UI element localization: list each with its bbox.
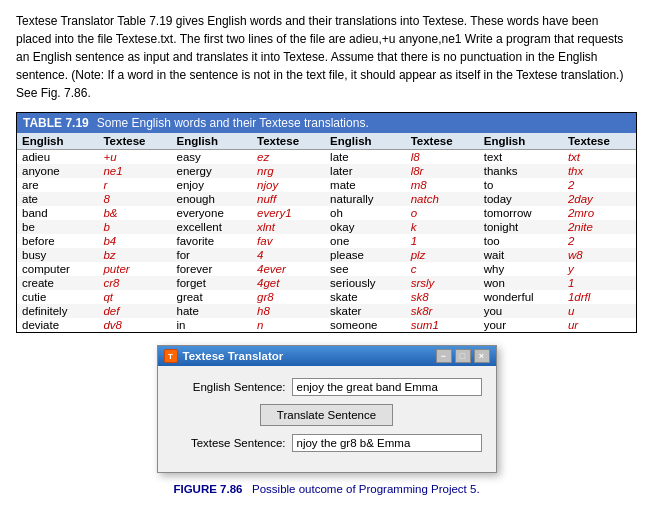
cell-english: definitely bbox=[17, 304, 98, 318]
table-row: cutieqtgreatgr8skatesk8wonderful1drfl bbox=[17, 290, 636, 304]
dialog-controls[interactable]: − □ × bbox=[436, 349, 490, 363]
translation-table-container: TABLE 7.19 Some English words and their … bbox=[16, 112, 637, 333]
cell-textese: def bbox=[98, 304, 171, 318]
cell-textese: sk8r bbox=[406, 304, 479, 318]
table-row: bebexcellentxlntokayktonight2nite bbox=[17, 220, 636, 234]
cell-english: why bbox=[479, 262, 563, 276]
cell-textese: nuff bbox=[252, 192, 325, 206]
cell-english: seriously bbox=[325, 276, 406, 290]
cell-textese: h8 bbox=[252, 304, 325, 318]
cell-textese: thx bbox=[563, 164, 636, 178]
cell-english: wait bbox=[479, 248, 563, 262]
col-header-english3: English bbox=[325, 133, 406, 150]
cell-english: enough bbox=[172, 192, 253, 206]
col-header-english2: English bbox=[172, 133, 253, 150]
textese-sentence-row: Textese Sentence: bbox=[172, 434, 482, 452]
table-row: computerputerforever4everseecwhyy bbox=[17, 262, 636, 276]
table-title: Some English words and their Textese tra… bbox=[97, 116, 369, 130]
cell-english: skate bbox=[325, 290, 406, 304]
cell-english: excellent bbox=[172, 220, 253, 234]
textese-sentence-label: Textese Sentence: bbox=[172, 437, 292, 449]
cell-textese: r bbox=[98, 178, 171, 192]
table-row: ate8enoughnuffnaturallynatchtoday2day bbox=[17, 192, 636, 206]
cell-textese: 2nite bbox=[563, 220, 636, 234]
dialog-maximize-button[interactable]: □ bbox=[455, 349, 471, 363]
cell-textese: 1drfl bbox=[563, 290, 636, 304]
textese-sentence-input[interactable] bbox=[292, 434, 482, 452]
cell-english: your bbox=[479, 318, 563, 332]
cell-textese: 4ever bbox=[252, 262, 325, 276]
dialog-body: English Sentence: Translate Sentence Tex… bbox=[158, 366, 496, 472]
cell-textese: every1 bbox=[252, 206, 325, 220]
cell-textese: xlnt bbox=[252, 220, 325, 234]
cell-textese: fav bbox=[252, 234, 325, 248]
cell-english: oh bbox=[325, 206, 406, 220]
cell-textese: txt bbox=[563, 150, 636, 165]
cell-english: enjoy bbox=[172, 178, 253, 192]
translate-button-row: Translate Sentence bbox=[172, 404, 482, 426]
cell-textese: plz bbox=[406, 248, 479, 262]
col-header-textese3: Textese bbox=[406, 133, 479, 150]
cell-english: to bbox=[479, 178, 563, 192]
cell-textese: 8 bbox=[98, 192, 171, 206]
table-header-row: English Textese English Textese English … bbox=[17, 133, 636, 150]
table-title-bar: TABLE 7.19 Some English words and their … bbox=[17, 113, 636, 133]
figure-caption: FIGURE 7.86 Possible outcome of Programm… bbox=[16, 483, 637, 495]
dialog-window: T Textese Translator − □ × English Sente… bbox=[157, 345, 497, 473]
cell-english: in bbox=[172, 318, 253, 332]
cell-textese: c bbox=[406, 262, 479, 276]
cell-english: ate bbox=[17, 192, 98, 206]
cell-english: mate bbox=[325, 178, 406, 192]
cell-english: please bbox=[325, 248, 406, 262]
cell-textese: 2 bbox=[563, 234, 636, 248]
table-row: arerenjoynjoymatem8to2 bbox=[17, 178, 636, 192]
cell-textese: b& bbox=[98, 206, 171, 220]
table-row: definitelydefhateh8skatersk8ryouu bbox=[17, 304, 636, 318]
cell-english: forget bbox=[172, 276, 253, 290]
word-table: English Textese English Textese English … bbox=[17, 133, 636, 332]
dialog-title: Textese Translator bbox=[183, 350, 284, 362]
table-row: anyonene1energynrglaterl8rthanksthx bbox=[17, 164, 636, 178]
col-header-english1: English bbox=[17, 133, 98, 150]
cell-english: someone bbox=[325, 318, 406, 332]
translate-button[interactable]: Translate Sentence bbox=[260, 404, 393, 426]
cell-english: hate bbox=[172, 304, 253, 318]
cell-textese: qt bbox=[98, 290, 171, 304]
cell-textese: +u bbox=[98, 150, 171, 165]
cell-english: energy bbox=[172, 164, 253, 178]
cell-english: cutie bbox=[17, 290, 98, 304]
cell-textese: gr8 bbox=[252, 290, 325, 304]
cell-textese: m8 bbox=[406, 178, 479, 192]
cell-textese: 1 bbox=[563, 276, 636, 290]
cell-english: too bbox=[479, 234, 563, 248]
cell-textese: n bbox=[252, 318, 325, 332]
figure-label: FIGURE 7.86 bbox=[173, 483, 242, 495]
cell-textese: k bbox=[406, 220, 479, 234]
dialog-close-button[interactable]: × bbox=[474, 349, 490, 363]
cell-english: create bbox=[17, 276, 98, 290]
cell-textese: 2mro bbox=[563, 206, 636, 220]
table-row: busybzfor4pleaseplzwaitw8 bbox=[17, 248, 636, 262]
english-sentence-input[interactable] bbox=[292, 378, 482, 396]
cell-textese: b4 bbox=[98, 234, 171, 248]
cell-english: are bbox=[17, 178, 98, 192]
cell-textese: 2day bbox=[563, 192, 636, 206]
cell-english: easy bbox=[172, 150, 253, 165]
figure-caption-text: Possible outcome of Programming Project … bbox=[252, 483, 480, 495]
table-row: adieu+ueasyezlatel8texttxt bbox=[17, 150, 636, 165]
cell-textese: o bbox=[406, 206, 479, 220]
cell-english: see bbox=[325, 262, 406, 276]
cell-textese: dv8 bbox=[98, 318, 171, 332]
cell-english: tomorrow bbox=[479, 206, 563, 220]
cell-english: for bbox=[172, 248, 253, 262]
cell-textese: b bbox=[98, 220, 171, 234]
cell-textese: l8r bbox=[406, 164, 479, 178]
cell-textese: 4 bbox=[252, 248, 325, 262]
cell-english: wonderful bbox=[479, 290, 563, 304]
cell-english: deviate bbox=[17, 318, 98, 332]
cell-english: be bbox=[17, 220, 98, 234]
description-text: Textese Translator Table 7.19 gives Engl… bbox=[16, 12, 637, 102]
cell-english: forever bbox=[172, 262, 253, 276]
dialog-minimize-button[interactable]: − bbox=[436, 349, 452, 363]
cell-textese: ne1 bbox=[98, 164, 171, 178]
